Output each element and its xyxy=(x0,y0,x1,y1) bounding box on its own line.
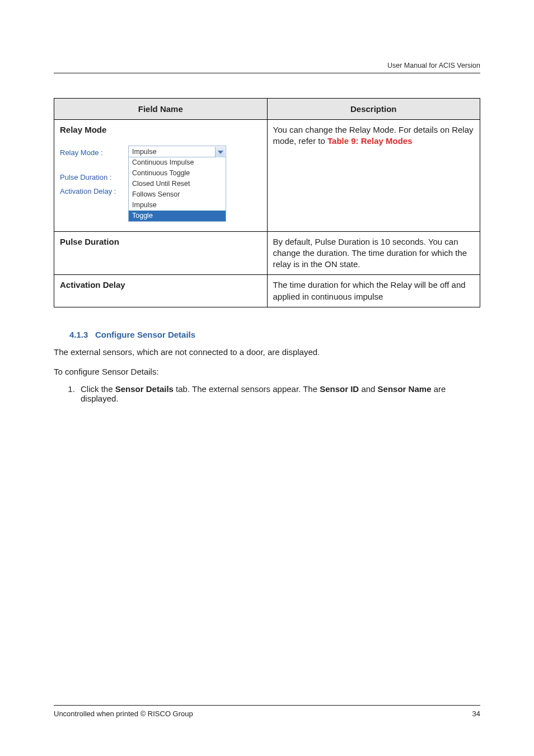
table-cell-desc: The time duration for which the Relay wi… xyxy=(267,275,480,307)
relay-mode-option-list: Continuous Impulse Continuous Toggle Clo… xyxy=(128,157,226,221)
field-relay-mode-label: Relay Mode xyxy=(60,125,106,134)
step-bold: Sensor ID xyxy=(320,384,359,394)
step-bold: Sensor Name xyxy=(378,384,432,394)
page-content: Field Name Description Relay Mode Relay … xyxy=(0,0,534,403)
list-item: Click the Sensor Details tab. The extern… xyxy=(77,384,480,403)
section-heading: 4.1.3 Configure Sensor Details xyxy=(69,330,480,339)
field-activation-delay-label: Activation Delay xyxy=(60,280,125,290)
footer-rule xyxy=(54,705,480,706)
table-row: Pulse Duration By default, Pulse Duratio… xyxy=(54,231,480,275)
col-description: Description xyxy=(267,99,480,120)
relay-mode-option[interactable]: Closed Until Reset xyxy=(129,179,226,189)
paragraph-intro: The external sensors, which are not conn… xyxy=(54,347,480,357)
relay-mode-selected-text: Impulse xyxy=(132,148,157,156)
relay-modes-link[interactable]: Table 9: Relay Modes xyxy=(327,136,412,146)
table-cell-field: Relay Mode Relay Mode : Impulse xyxy=(54,120,268,232)
table-cell-desc: By default, Pulse Duration is 10 seconds… xyxy=(267,231,480,275)
footer-left-text: Uncontrolled when printed © RISCO Group xyxy=(54,710,193,718)
step-bold: Sensor Details xyxy=(115,384,174,394)
relay-mode-select-value: Impulse xyxy=(128,146,226,157)
relay-mode-option[interactable]: Impulse xyxy=(129,200,226,211)
header-rule xyxy=(54,73,480,73)
relay-mode-option[interactable]: Continuous Toggle xyxy=(129,168,226,179)
page-number: 34 xyxy=(472,710,480,718)
step-text: and xyxy=(359,384,377,394)
col-field-name: Field Name xyxy=(54,99,268,120)
relay-mode-select[interactable]: Impulse Continuous Impulse Continuous To… xyxy=(128,146,226,221)
table-cell-desc: You can change the Relay Mode. For detai… xyxy=(267,120,480,232)
step-text: tab. The external sensors appear. The xyxy=(174,384,320,394)
relay-mode-option[interactable]: Follows Sensor xyxy=(129,189,226,200)
header-right-text: User Manual for ACIS Version xyxy=(387,62,480,69)
step-text: Click the xyxy=(81,384,115,394)
relay-mode-option[interactable]: Toggle xyxy=(129,211,226,221)
relay-mode-option[interactable]: Continuous Impulse xyxy=(129,157,226,168)
chevron-down-icon[interactable] xyxy=(215,147,225,157)
table-cell-field: Pulse Duration xyxy=(54,231,268,275)
fields-table: Field Name Description Relay Mode Relay … xyxy=(54,98,480,307)
steps-list: Click the Sensor Details tab. The extern… xyxy=(77,384,480,403)
shot-label-relay-mode: Relay Mode : xyxy=(60,146,128,158)
section-number: 4.1.3 xyxy=(69,330,88,339)
field-pulse-duration-label: Pulse Duration xyxy=(60,237,119,246)
table-row: Activation Delay The time duration for w… xyxy=(54,275,480,307)
paragraph-lead: To configure Sensor Details: xyxy=(54,367,480,376)
table-row: Relay Mode Relay Mode : Impulse xyxy=(54,120,480,232)
table-cell-field: Activation Delay xyxy=(54,275,268,307)
section-title: Configure Sensor Details xyxy=(95,330,195,339)
